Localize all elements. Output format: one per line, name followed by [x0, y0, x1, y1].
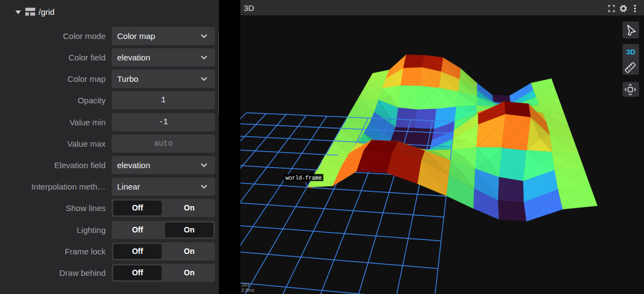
svg-text:world-frame: world-frame [285, 175, 322, 181]
